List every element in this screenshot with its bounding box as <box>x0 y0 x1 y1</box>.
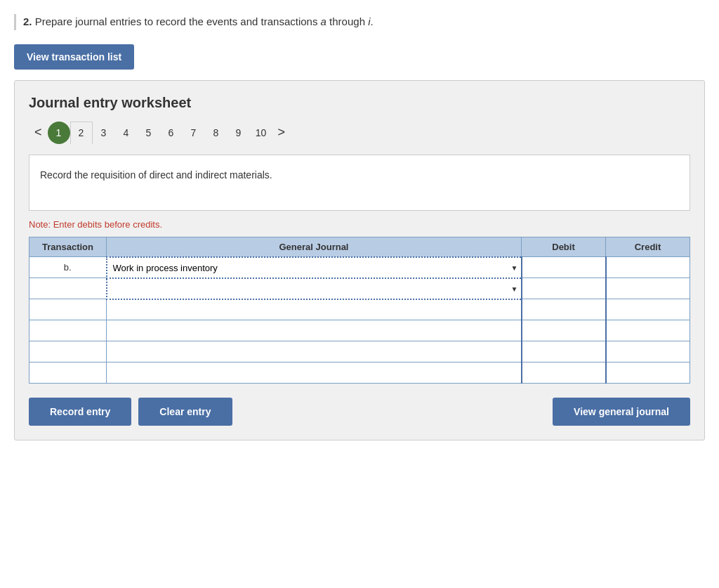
buttons-left: Record entry Clear entry <box>29 398 232 426</box>
table-row <box>29 299 690 320</box>
record-entry-button[interactable]: Record entry <box>29 398 131 426</box>
debit-input-2[interactable] <box>525 284 601 294</box>
debit-input-6[interactable] <box>525 368 601 379</box>
question-italic-a: a <box>321 15 326 27</box>
transaction-cell-2 <box>29 278 107 299</box>
page-10-button[interactable]: 10 <box>250 122 272 144</box>
question-text-part3: . <box>371 15 374 27</box>
page-9-button[interactable]: 9 <box>227 122 250 144</box>
journal-table: Transaction General Journal Debit Credit… <box>29 237 690 384</box>
debit-cell-1[interactable] <box>522 257 606 278</box>
credit-input-5[interactable] <box>609 347 686 358</box>
gj-cell-3[interactable] <box>107 299 522 320</box>
table-row: ▼ <box>29 278 690 299</box>
gj-cell-2[interactable]: ▼ <box>107 278 522 299</box>
clear-entry-button[interactable]: Clear entry <box>138 398 232 426</box>
question-header: 2. Prepare journal entries to record the… <box>14 14 705 30</box>
page-2-button[interactable]: 2 <box>70 122 93 144</box>
note-text: Note: Enter debits before credits. <box>29 219 690 230</box>
gj-input-5[interactable] <box>111 347 517 358</box>
gj-cell-4[interactable] <box>107 320 522 341</box>
transaction-cell-4 <box>29 320 107 341</box>
question-text-part1: Prepare journal entries to record the ev… <box>35 15 321 27</box>
pagination: < 1 2 3 4 5 6 7 8 9 10 > <box>29 122 690 144</box>
question-text: 2. Prepare journal entries to record the… <box>23 14 374 30</box>
page-6-button[interactable]: 6 <box>160 122 183 144</box>
col-header-debit: Debit <box>522 237 606 257</box>
credit-cell-5[interactable] <box>606 341 690 362</box>
debit-cell-3[interactable] <box>522 299 606 320</box>
gj-cell-1[interactable]: ▼ <box>107 257 522 278</box>
prev-page-button[interactable]: < <box>29 122 48 143</box>
debit-input-1[interactable] <box>525 263 601 273</box>
debit-input-3[interactable] <box>525 305 601 315</box>
page-3-button[interactable]: 3 <box>93 122 115 144</box>
transaction-cell-5 <box>29 341 107 362</box>
credit-cell-1[interactable] <box>606 257 690 278</box>
credit-input-2[interactable] <box>609 284 686 294</box>
dropdown-icon-2[interactable]: ▼ <box>511 285 518 292</box>
description-box: Record the requisition of direct and ind… <box>29 155 690 211</box>
table-row: b. ▼ <box>29 257 690 278</box>
transaction-cell-3 <box>29 299 107 320</box>
dropdown-icon-1[interactable]: ▼ <box>511 263 518 271</box>
table-row <box>29 362 690 384</box>
table-row <box>29 341 690 362</box>
worksheet-container: Journal entry worksheet < 1 2 3 4 5 6 7 … <box>14 80 705 441</box>
credit-cell-6[interactable] <box>606 362 690 384</box>
transaction-cell-6 <box>29 362 107 384</box>
gj-input-4[interactable] <box>111 326 517 337</box>
debit-cell-6[interactable] <box>522 362 606 384</box>
page-5-button[interactable]: 5 <box>138 122 160 144</box>
debit-input-4[interactable] <box>525 326 601 337</box>
question-text-part2: through <box>326 15 368 27</box>
credit-cell-4[interactable] <box>606 320 690 341</box>
buttons-row: Record entry Clear entry View general jo… <box>29 398 690 426</box>
gj-input-2[interactable] <box>112 284 517 294</box>
view-general-journal-button[interactable]: View general journal <box>553 398 690 426</box>
next-page-button[interactable]: > <box>272 122 291 143</box>
credit-cell-3[interactable] <box>606 299 690 320</box>
credit-input-3[interactable] <box>609 305 686 315</box>
page-4-button[interactable]: 4 <box>115 122 138 144</box>
col-header-transaction: Transaction <box>29 237 107 257</box>
worksheet-title: Journal entry worksheet <box>29 95 690 111</box>
debit-input-5[interactable] <box>525 347 601 358</box>
debit-cell-5[interactable] <box>522 341 606 362</box>
debit-cell-2[interactable] <box>522 278 606 299</box>
credit-input-1[interactable] <box>609 263 686 273</box>
page-1-button[interactable]: 1 <box>48 122 70 144</box>
page-8-button[interactable]: 8 <box>205 122 227 144</box>
col-header-general-journal: General Journal <box>107 237 522 257</box>
col-header-credit: Credit <box>606 237 690 257</box>
gj-cell-5[interactable] <box>107 341 522 362</box>
description-text: Record the requisition of direct and ind… <box>40 169 272 181</box>
credit-input-6[interactable] <box>609 368 686 379</box>
transaction-cell-1: b. <box>29 257 107 278</box>
page-7-button[interactable]: 7 <box>183 122 205 144</box>
table-row <box>29 320 690 341</box>
credit-cell-2[interactable] <box>606 278 690 299</box>
view-transaction-button[interactable]: View transaction list <box>14 44 134 70</box>
question-number: 2. <box>23 15 32 27</box>
debit-cell-4[interactable] <box>522 320 606 341</box>
gj-input-1[interactable] <box>112 263 517 273</box>
gj-input-6[interactable] <box>111 368 517 379</box>
credit-input-4[interactable] <box>609 326 686 337</box>
gj-cell-6[interactable] <box>107 362 522 384</box>
gj-input-3[interactable] <box>111 305 517 315</box>
